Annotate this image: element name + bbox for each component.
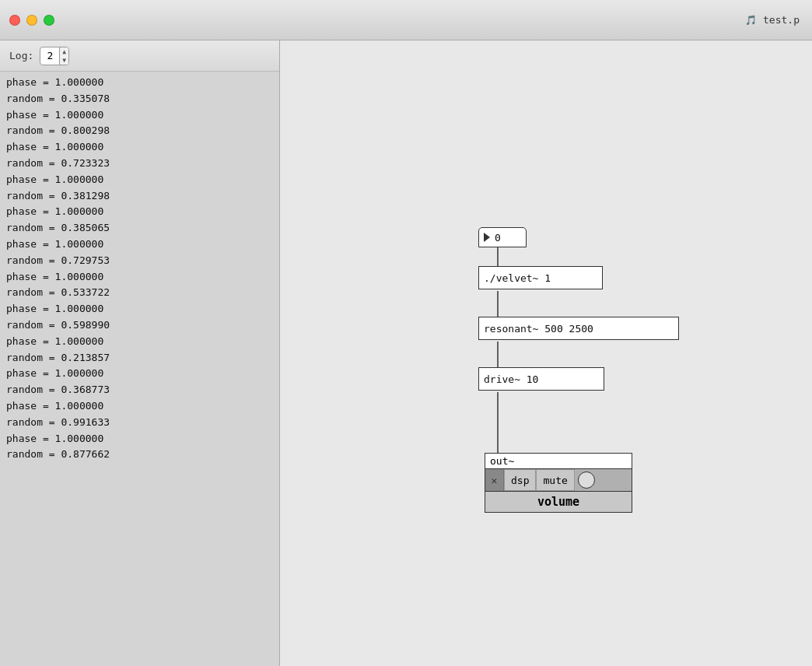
log-label: Log: — [9, 50, 33, 61]
minimize-button[interactable] — [26, 15, 37, 26]
num-flag-icon — [484, 233, 490, 242]
log-line: random = 0.335078 — [6, 91, 273, 107]
log-line: phase = 1.000000 — [6, 334, 273, 350]
drive-label: drive~ 10 — [484, 373, 538, 385]
patch-panel: 0 ./velvet~ 1 resonant~ 500 2500 drive~ … — [280, 40, 812, 666]
number-box[interactable]: 0 — [478, 227, 527, 247]
resonant-object[interactable]: resonant~ 500 2500 — [478, 317, 679, 340]
out-mute-button[interactable]: mute — [536, 469, 574, 491]
velvet-object[interactable]: ./velvet~ 1 — [478, 266, 603, 289]
out-volume-button[interactable]: volume — [485, 492, 632, 513]
patch-canvas[interactable]: 0 ./velvet~ 1 resonant~ 500 2500 drive~ … — [280, 40, 812, 626]
log-line: random = 0.991633 — [6, 415, 273, 431]
patch-title-icon: 🎵 — [745, 15, 757, 26]
log-line: random = 0.729753 — [6, 253, 273, 269]
patch-title: test.p — [763, 14, 800, 26]
log-line: random = 0.800298 — [6, 123, 273, 139]
log-line: random = 0.533722 — [6, 285, 273, 301]
log-line: phase = 1.000000 — [6, 301, 273, 317]
log-line: random = 0.213857 — [6, 350, 273, 366]
out-dsp-button[interactable]: dsp — [504, 469, 536, 491]
number-box-value: 0 — [495, 232, 501, 244]
out-circle-indicator — [578, 471, 595, 489]
log-line: phase = 1.000000 — [6, 398, 273, 415]
log-down-arrow[interactable]: ▼ — [60, 56, 68, 65]
log-line: phase = 1.000000 — [6, 204, 273, 220]
log-content: phase = 1.000000random = 0.335078phase =… — [0, 72, 279, 666]
resonant-label: resonant~ 500 2500 — [484, 323, 593, 335]
log-line: random = 0.723323 — [6, 156, 273, 172]
out-controls: ✕ dsp mute — [485, 469, 632, 492]
log-header: Log: 2 ▲ ▼ — [0, 40, 279, 72]
log-spinner[interactable]: 2 ▲ ▼ — [40, 47, 69, 65]
maximize-button[interactable] — [44, 15, 54, 26]
log-line: phase = 1.000000 — [6, 172, 273, 188]
log-line: random = 0.368773 — [6, 382, 273, 398]
log-line: phase = 1.000000 — [6, 366, 273, 382]
log-line: phase = 1.000000 — [6, 431, 273, 447]
log-line: phase = 1.000000 — [6, 75, 273, 91]
out-label[interactable]: out~ — [485, 453, 632, 469]
out-x-button[interactable]: ✕ — [485, 469, 504, 491]
drive-object[interactable]: drive~ 10 — [478, 367, 604, 391]
close-button[interactable] — [9, 15, 20, 26]
log-line: phase = 1.000000 — [6, 269, 273, 286]
log-line: phase = 1.000000 — [6, 237, 273, 253]
out-object: out~ ✕ dsp mute volume — [485, 453, 632, 513]
log-line: random = 0.385065 — [6, 220, 273, 237]
log-up-arrow[interactable]: ▲ — [60, 47, 68, 56]
log-line: random = 0.877662 — [6, 447, 273, 463]
velvet-label: ./velvet~ 1 — [484, 272, 551, 284]
log-line: random = 0.598990 — [6, 317, 273, 334]
log-panel: Log: 2 ▲ ▼ phase = 1.000000random = 0.33… — [0, 40, 280, 666]
log-line: phase = 1.000000 — [6, 139, 273, 156]
log-line: phase = 1.000000 — [6, 107, 273, 124]
log-line: random = 0.381298 — [6, 188, 273, 205]
log-value: 2 — [40, 48, 59, 63]
